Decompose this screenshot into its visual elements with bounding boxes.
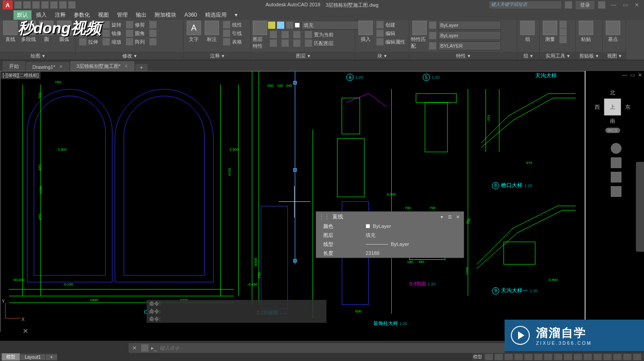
status-otrack-icon[interactable]	[534, 354, 542, 360]
move-button[interactable]: 移动	[77, 21, 100, 29]
drawing1-tab[interactable]: Drawing1*✕	[26, 62, 69, 71]
viewcube-south[interactable]: 南	[595, 117, 631, 125]
qat-open-icon[interactable]	[23, 1, 31, 9]
layout1-tab[interactable]: Layout1	[20, 354, 45, 360]
viewport-min-icon[interactable]: —	[622, 72, 627, 78]
qat-redo-icon[interactable]	[68, 1, 76, 9]
erase-button[interactable]	[148, 21, 158, 29]
tab-parametric[interactable]: 参数化	[70, 10, 94, 20]
drawing2-tab[interactable]: 3层独栋别墅施工图*✕	[70, 61, 134, 71]
trim-button[interactable]: 修剪	[124, 21, 147, 29]
linear-button[interactable]: 线性	[221, 21, 244, 29]
layer-tool-2[interactable]	[268, 39, 279, 47]
close-icon[interactable]: ✕	[632, 2, 641, 8]
calc-icon[interactable]	[559, 21, 567, 28]
layer-tool-1[interactable]	[268, 31, 279, 39]
status-transparency-icon[interactable]	[554, 354, 562, 360]
matchlayer-button[interactable]: 匹配图层	[303, 39, 335, 47]
pan-icon[interactable]	[611, 157, 622, 168]
qat-undo-icon[interactable]	[59, 1, 67, 9]
lweight-combo[interactable]: ByLayer	[438, 31, 501, 40]
zoom-icon[interactable]	[611, 172, 622, 183]
status-hardware-icon[interactable]	[613, 354, 622, 360]
edit-block-button[interactable]: 编辑	[375, 29, 407, 37]
grip-icon[interactable]	[293, 168, 297, 172]
side-toolbar[interactable]	[636, 162, 644, 252]
new-tab-button[interactable]: +	[135, 64, 147, 71]
tab-output[interactable]: 输出	[132, 10, 150, 20]
measure-button[interactable]: 测量	[541, 21, 559, 43]
scale-button[interactable]: 缩放	[101, 38, 123, 46]
close-tab-icon[interactable]: ✕	[59, 64, 63, 70]
array-button[interactable]: 阵列	[124, 38, 147, 46]
close-tab-icon[interactable]: ✕	[124, 63, 128, 69]
tab-a360[interactable]: A360	[181, 11, 201, 19]
quick-properties-panel[interactable]: ⋮⋮ 直线 ▾ ☰ ✕ 颜色 ByLayer 图层 填充 线型 ByLayer …	[316, 211, 464, 258]
group-button[interactable]: 组	[519, 21, 536, 43]
tab-insert[interactable]: 插入	[32, 10, 50, 20]
qprops-options-icon[interactable]: ☰	[447, 214, 453, 220]
polyline-button[interactable]: 多段线	[20, 21, 37, 43]
grip-icon[interactable]	[293, 259, 297, 263]
edit-attr-button[interactable]: 编辑属性	[375, 38, 407, 46]
tab-featured[interactable]: 精选应用	[201, 10, 230, 20]
infocenter-icon[interactable]	[565, 1, 572, 9]
color-combo[interactable]: ByLayer	[438, 21, 501, 30]
rotate-button[interactable]: 旋转	[101, 21, 123, 29]
viewport-close-icon[interactable]: ✕	[638, 72, 642, 78]
status-grid-icon[interactable]	[485, 354, 493, 360]
exchange-icon[interactable]	[598, 1, 605, 9]
copy-button[interactable]: 复制	[77, 29, 100, 37]
status-polar-icon[interactable]	[514, 354, 523, 360]
minimize-icon[interactable]: —	[609, 2, 618, 8]
status-clean-icon[interactable]	[623, 354, 631, 360]
qprops-row-ltype[interactable]: 线型 ByLayer	[316, 240, 464, 249]
viewport-controls[interactable]: [-][俯视][二维线框]	[1, 72, 40, 79]
tab-addins[interactable]: 附加模块	[151, 10, 180, 20]
tab-manage[interactable]: 管理	[113, 10, 131, 20]
viewport-max-icon[interactable]: ▭	[630, 72, 635, 78]
layer-tool-5[interactable]	[291, 31, 302, 39]
tab-view[interactable]: 视图	[94, 10, 112, 20]
mirror-button[interactable]: 镜像	[101, 29, 123, 37]
paste-button[interactable]: 粘贴	[577, 21, 595, 43]
layerprops-button[interactable]: 图层特性	[253, 21, 267, 49]
status-annoscale-icon[interactable]	[574, 354, 582, 360]
line-button[interactable]: 直线	[2, 21, 19, 43]
tab-default[interactable]: 默认	[13, 10, 31, 20]
maximize-icon[interactable]: ▭	[621, 2, 630, 8]
qprops-dropdown-icon[interactable]: ▾	[438, 214, 445, 220]
qat-print-icon[interactable]	[50, 1, 58, 9]
layout-model-tab[interactable]: 模型	[2, 353, 20, 361]
close-x-icon[interactable]: ✕	[22, 327, 28, 335]
status-lwt-icon[interactable]	[544, 354, 552, 360]
cmdline-customize-icon[interactable]	[141, 344, 148, 352]
grip-icon[interactable]	[293, 81, 297, 85]
tab-annotate[interactable]: 注释	[51, 10, 69, 20]
viewcube-north[interactable]: 北	[595, 89, 631, 97]
viewcube-west[interactable]: 西	[595, 103, 600, 111]
selected-line[interactable]	[295, 71, 295, 264]
wcs-label[interactable]: WCS	[605, 128, 620, 133]
qat-new-icon[interactable]	[14, 1, 22, 9]
arc-button[interactable]: 圆弧	[56, 21, 73, 43]
qprops-row-color[interactable]: 颜色 ByLayer	[316, 222, 464, 231]
explode-button[interactable]	[148, 29, 158, 37]
qat-saveas-icon[interactable]	[41, 1, 49, 9]
status-model[interactable]: 模型	[472, 354, 483, 360]
circle-button[interactable]: 圆	[38, 21, 55, 43]
viewcube[interactable]: 北 西 上 东 南 WCS	[595, 89, 631, 134]
dimension-button[interactable]: 标注	[203, 21, 220, 43]
matchprops-button[interactable]: 特性匹配	[411, 21, 428, 49]
status-osnap-icon[interactable]	[524, 354, 532, 360]
qat-save-icon[interactable]	[32, 1, 40, 9]
cmdline-close-icon[interactable]: ✕	[130, 345, 139, 351]
status-workspace-icon[interactable]	[584, 354, 592, 360]
viewcube-top-face[interactable]: 上	[604, 98, 621, 116]
search-input[interactable]: 键入关键字或短语	[489, 1, 561, 9]
base-button[interactable]: 基点	[604, 21, 622, 43]
status-custom-icon[interactable]	[633, 354, 641, 360]
status-cycling-icon[interactable]	[564, 354, 572, 360]
text-button[interactable]: A文字	[185, 21, 202, 43]
leader-button[interactable]: 引线	[221, 29, 244, 37]
